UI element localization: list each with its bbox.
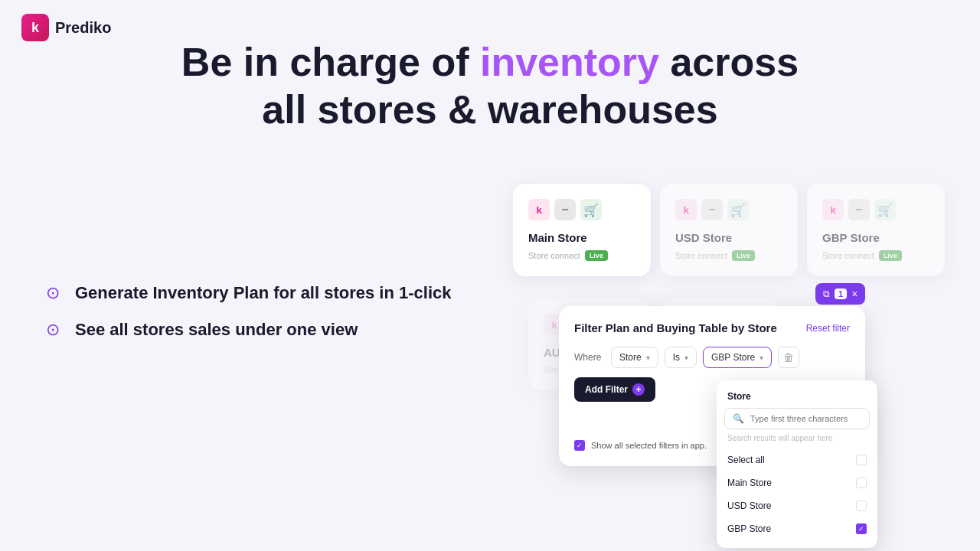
header: k Prediko — [21, 14, 111, 41]
search-row: 🔍 — [724, 408, 870, 429]
value-select[interactable]: GBP Store ▾ — [703, 347, 772, 368]
select-all-checkbox[interactable] — [856, 455, 867, 465]
live-badge-gbp: Live — [879, 250, 902, 261]
features-list: ⊙ Generate Inventory Plan for all stores… — [46, 283, 452, 340]
usd-store-label: USD Store — [727, 500, 771, 511]
main-store-checkbox[interactable] — [856, 478, 867, 488]
logo-text: Prediko — [55, 19, 111, 37]
usd-store-checkbox[interactable] — [856, 500, 867, 511]
feature-text-2: See all stores sales under one view — [75, 320, 358, 340]
logo-icon: k — [21, 14, 49, 41]
store-card-main[interactable]: k − 🛒 Main Store Store connect Live — [513, 184, 651, 276]
search-hint: Search results will appear here — [717, 434, 877, 448]
store-connect-text-gbp: Store connect — [822, 251, 874, 260]
show-filters-label: Show all selected filters in app. — [591, 441, 707, 450]
circle-icon-usd: − — [701, 199, 723, 220]
store-name-gbp: GBP Store — [822, 231, 929, 244]
hero-title: Be in charge of inventory across all sto… — [0, 38, 980, 134]
filter-close-icon[interactable]: × — [851, 288, 858, 300]
chevron-down-icon-3: ▾ — [760, 354, 763, 362]
filter-title: Filter Plan and Buying Table by Store — [574, 321, 777, 334]
shopify-icon-usd: 🛒 — [727, 199, 749, 220]
gbp-store-label: GBP Store — [727, 523, 771, 534]
filter-count: 1 — [835, 289, 847, 299]
shopify-icon: 🛒 — [580, 199, 602, 220]
delete-filter-button[interactable]: 🗑 — [778, 347, 799, 368]
live-badge-main: Live — [585, 250, 608, 261]
operator-select[interactable]: Is ▾ — [665, 347, 697, 368]
search-icon: 🔍 — [733, 413, 744, 424]
prediko-icon-usd: k — [675, 199, 697, 220]
store-card-gbp[interactable]: k − 🛒 GBP Store Store connect Live — [807, 184, 945, 276]
add-filter-button[interactable]: Add Filter + — [574, 377, 655, 402]
hero-line2: all stores & warehouses — [262, 87, 717, 132]
feature-text-1: Generate Inventory Plan for all stores i… — [75, 283, 452, 303]
dropdown-item-gbp-store[interactable]: GBP Store ✓ — [717, 517, 877, 540]
store-dropdown: Store 🔍 Search results will appear here … — [717, 380, 877, 548]
plus-icon: + — [632, 383, 645, 396]
store-connect-text-main: Store connect — [528, 251, 580, 260]
stores-area: k − 🛒 Main Store Store connect Live k − … — [513, 184, 945, 276]
search-input[interactable] — [750, 414, 861, 423]
reset-filter-button[interactable]: Reset filter — [806, 323, 850, 334]
dropdown-title: Store — [717, 388, 877, 408]
store-connect-text-usd: Store connect — [675, 251, 727, 260]
select-all-label: Select all — [727, 455, 765, 465]
circle-icon: − — [554, 199, 576, 220]
prediko-icon-gbp: k — [822, 199, 844, 220]
show-filters-checkbox[interactable]: ✓ — [574, 440, 585, 451]
store-name-main: Main Store — [528, 231, 635, 244]
dropdown-item-usd-store[interactable]: USD Store — [717, 494, 877, 517]
check-icon-1: ⊙ — [46, 283, 66, 303]
shopify-icon-gbp: 🛒 — [874, 199, 896, 220]
where-label: Where — [574, 352, 605, 363]
chevron-down-icon: ▾ — [646, 354, 650, 362]
hero-line1: Be in charge of inventory across — [181, 40, 799, 84]
feature-item-2: ⊙ See all stores sales under one view — [46, 320, 452, 340]
filter-icon: ⧉ — [823, 289, 830, 299]
store-card-usd[interactable]: k − 🛒 USD Store Store connect Live — [660, 184, 798, 276]
feature-item-1: ⊙ Generate Inventory Plan for all stores… — [46, 283, 452, 303]
chevron-down-icon-2: ▾ — [684, 354, 688, 362]
live-badge-usd: Live — [732, 250, 755, 261]
gbp-store-checkbox[interactable]: ✓ — [856, 523, 867, 534]
filter-badge[interactable]: ⧉ 1 × — [815, 283, 865, 305]
check-icon-2: ⊙ — [46, 320, 66, 340]
circle-icon-gbp: − — [848, 199, 870, 220]
field-select[interactable]: Store ▾ — [611, 347, 658, 368]
dropdown-item-select-all[interactable]: Select all — [717, 448, 877, 471]
dropdown-item-main-store[interactable]: Main Store — [717, 471, 877, 494]
filter-row: Where Store ▾ Is ▾ GBP Store ▾ 🗑 — [574, 347, 850, 368]
prediko-icon: k — [528, 199, 550, 220]
store-name-usd: USD Store — [675, 231, 782, 244]
main-store-label: Main Store — [727, 478, 772, 488]
hero-section: Be in charge of inventory across all sto… — [0, 38, 980, 134]
